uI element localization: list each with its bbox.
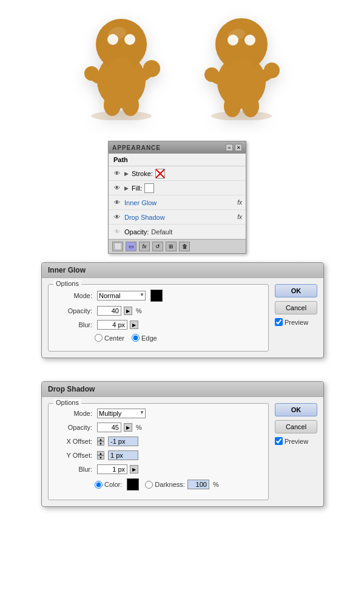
x-offset-up[interactable]: ▲ bbox=[97, 437, 104, 441]
opacity-eye-icon[interactable]: 👁 bbox=[112, 228, 122, 236]
edge-radio-label: Edge bbox=[141, 334, 157, 342]
drop-shadow-mode-wrapper[interactable]: Normal Multiply Screen bbox=[97, 409, 146, 418]
drop-shadow-x-offset-label: X Offset: bbox=[56, 438, 92, 445]
svg-point-0 bbox=[91, 111, 152, 120]
darkness-radio-input[interactable] bbox=[145, 481, 153, 489]
inner-glow-titlebar: Inner Glow bbox=[42, 263, 323, 278]
inner-glow-opacity-row: Opacity: ▶ % bbox=[56, 306, 261, 316]
inner-glow-blur-input[interactable] bbox=[97, 320, 127, 330]
appearance-bottom-bar: ⬜ ▭ fx ↺ ⊞ 🗑 bbox=[109, 239, 246, 253]
svg-point-20 bbox=[264, 63, 280, 78]
panel-collapse-btn[interactable]: « bbox=[226, 144, 233, 151]
appearance-path-row: Path bbox=[109, 154, 246, 166]
x-offset-down[interactable]: ▼ bbox=[97, 441, 104, 446]
drop-shadow-options-label: Options bbox=[53, 399, 81, 406]
y-offset-spinner[interactable]: ▲ ▼ bbox=[97, 451, 104, 460]
opacity-value: Default bbox=[151, 228, 172, 236]
inner-glow-opacity-input[interactable] bbox=[97, 306, 121, 316]
panel-controls: « ✕ bbox=[226, 144, 242, 151]
gingerbread-left bbox=[76, 8, 170, 120]
drop-shadow-body: Options Mode: Normal Multiply Screen Opa… bbox=[42, 397, 323, 506]
inner-glow-fx-icon[interactable]: fx bbox=[237, 199, 242, 206]
drop-shadow-opacity-unit: % bbox=[136, 424, 142, 431]
inner-glow-ok-button[interactable]: OK bbox=[275, 284, 317, 297]
appearance-path-label: Path bbox=[113, 156, 128, 163]
drop-shadow-preview-label[interactable]: Preview bbox=[275, 437, 308, 445]
drop-shadow-color-radio[interactable]: Color: bbox=[95, 481, 122, 489]
inner-glow-cancel-button[interactable]: Cancel bbox=[275, 301, 317, 314]
svg-point-24 bbox=[242, 95, 259, 117]
inner-glow-opacity-slider[interactable]: ▶ bbox=[124, 307, 132, 315]
inner-glow-mode-select[interactable]: Normal Multiply Screen bbox=[97, 291, 146, 300]
inner-glow-blur-slider[interactable]: ▶ bbox=[130, 321, 138, 329]
drop-shadow-opacity-label: Opacity: bbox=[56, 424, 92, 431]
y-offset-down[interactable]: ▼ bbox=[97, 455, 104, 460]
drop-shadow-opacity-row: Opacity: ▶ % bbox=[56, 423, 261, 432]
inner-glow-color-swatch[interactable] bbox=[150, 290, 163, 302]
appearance-stroke-row: 👁 ▶ Stroke: bbox=[109, 166, 246, 181]
svg-point-8 bbox=[84, 66, 99, 81]
drop-shadow-opacity-slider[interactable]: ▶ bbox=[124, 423, 132, 432]
inner-glow-opacity-unit: % bbox=[136, 307, 142, 314]
inner-glow-body: Options Mode: Normal Multiply Screen Opa… bbox=[42, 278, 323, 358]
panel-icon-2[interactable]: ▭ bbox=[126, 242, 136, 251]
inner-glow-preview-checkbox[interactable] bbox=[275, 318, 283, 326]
appearance-opacity-row: 👁 Opacity: Default bbox=[109, 225, 246, 239]
fill-eye-icon[interactable]: 👁 bbox=[112, 184, 122, 192]
color-radio-label: Color: bbox=[104, 481, 122, 488]
edge-radio-input[interactable] bbox=[132, 334, 140, 342]
drop-shadow-blur-slider[interactable]: ▶ bbox=[130, 465, 138, 474]
svg-point-10 bbox=[122, 94, 139, 116]
inner-glow-blur-row: Blur: ▶ bbox=[56, 320, 261, 330]
y-offset-up[interactable]: ▲ bbox=[97, 451, 104, 455]
stroke-swatch[interactable] bbox=[155, 169, 165, 178]
drop-shadow-cancel-button[interactable]: Cancel bbox=[275, 420, 317, 433]
svg-point-22 bbox=[204, 67, 219, 82]
color-radio-input[interactable] bbox=[95, 481, 103, 489]
drop-shadow-eye-icon[interactable]: 👁 bbox=[112, 213, 122, 222]
drop-shadow-color-swatch[interactable] bbox=[127, 478, 139, 491]
drop-shadow-mode-label: Mode: bbox=[56, 410, 92, 417]
drop-shadow-preview-checkbox[interactable] bbox=[275, 437, 283, 445]
inner-glow-edge-radio[interactable]: Edge bbox=[132, 334, 157, 342]
drop-shadow-fx-icon[interactable]: fx bbox=[237, 214, 242, 220]
appearance-title: APPEARANCE bbox=[112, 144, 161, 151]
drop-shadow-opacity-input[interactable] bbox=[97, 423, 121, 432]
drop-shadow-blur-input[interactable] bbox=[97, 464, 127, 474]
appearance-fill-row: 👁 ▶ Fill: bbox=[109, 181, 246, 195]
svg-point-25 bbox=[229, 59, 254, 74]
inner-glow-title: Inner Glow bbox=[48, 266, 86, 274]
drop-shadow-panel: Drop Shadow Options Mode: Normal Multipl… bbox=[41, 381, 324, 507]
panel-close-btn[interactable]: ✕ bbox=[235, 144, 242, 151]
stroke-eye-icon[interactable]: 👁 bbox=[112, 169, 122, 178]
inner-glow-eye-icon[interactable]: 👁 bbox=[112, 199, 122, 207]
x-offset-spinner[interactable]: ▲ ▼ bbox=[97, 437, 104, 446]
appearance-drop-shadow-row[interactable]: 👁 Drop Shadow fx bbox=[109, 210, 246, 225]
panel-icon-3[interactable]: ↺ bbox=[152, 242, 163, 251]
panel-icon-1[interactable]: ⬜ bbox=[112, 242, 123, 251]
drop-shadow-mode-select[interactable]: Normal Multiply Screen bbox=[97, 409, 146, 418]
drop-shadow-blur-row: Blur: ▶ bbox=[56, 464, 261, 474]
inner-glow-radio-group: Center Edge bbox=[95, 334, 157, 342]
inner-glow-center-radio[interactable]: Center bbox=[95, 334, 124, 342]
inner-glow-options-label: Options bbox=[53, 280, 81, 287]
svg-point-27 bbox=[244, 35, 255, 46]
inner-glow-options: Options Mode: Normal Multiply Screen Opa… bbox=[48, 284, 269, 351]
inner-glow-mode-wrapper[interactable]: Normal Multiply Screen bbox=[97, 291, 146, 300]
drop-shadow-x-offset-input[interactable] bbox=[108, 436, 138, 446]
center-radio-input[interactable] bbox=[95, 334, 103, 342]
fill-swatch[interactable] bbox=[144, 183, 154, 193]
panel-icon-5[interactable]: 🗑 bbox=[179, 242, 190, 251]
drop-shadow-x-offset-row: X Offset: ▲ ▼ bbox=[56, 436, 261, 446]
panel-icon-4[interactable]: ⊞ bbox=[166, 242, 177, 251]
stroke-arrow-icon: ▶ bbox=[124, 171, 130, 177]
panel-icon-fx[interactable]: fx bbox=[139, 242, 150, 251]
drop-shadow-darkness-input[interactable] bbox=[187, 480, 209, 489]
drop-shadow-ok-button[interactable]: OK bbox=[275, 403, 317, 416]
inner-glow-preview-text: Preview bbox=[285, 319, 308, 326]
appearance-inner-glow-row[interactable]: 👁 Inner Glow fx bbox=[109, 195, 246, 210]
drop-shadow-darkness-radio[interactable]: Darkness: bbox=[145, 481, 185, 489]
inner-glow-preview-label[interactable]: Preview bbox=[275, 318, 308, 326]
drop-shadow-y-offset-input[interactable] bbox=[108, 450, 138, 460]
drop-shadow-color-row: Color: Darkness: % bbox=[56, 478, 261, 491]
